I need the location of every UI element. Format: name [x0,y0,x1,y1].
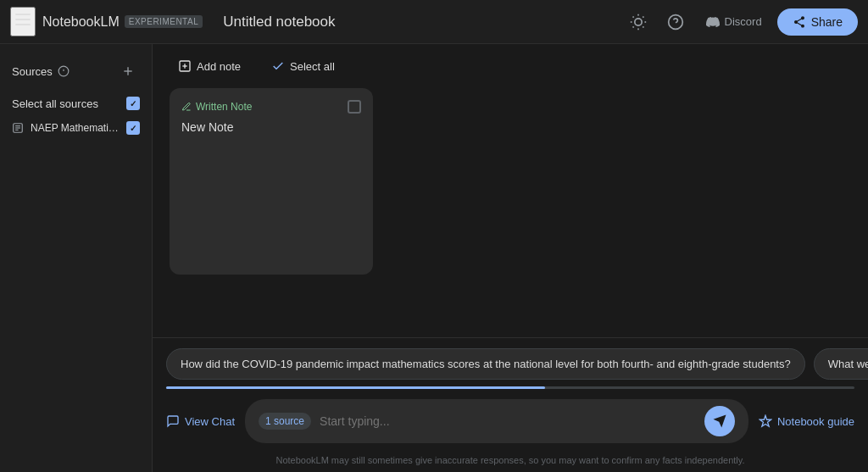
notebook-guide-label: Notebook guide [777,415,854,428]
suggestion-chip-1[interactable]: How did the COVID-19 pandemic impact mat… [166,348,805,380]
header-left: NotebookLM EXPERIMENTAL [10,7,203,36]
add-note-icon [178,59,192,73]
progress-bar-fill [166,386,545,389]
select-all-notes-button[interactable]: Select all [263,54,343,78]
svg-line-10 [632,26,633,27]
notes-grid: Written Note New Note [153,88,868,337]
notes-toolbar: Add note Select all [153,44,868,88]
svg-line-6 [632,16,633,17]
input-row: View Chat 1 source [153,392,868,452]
add-icon [121,64,135,78]
source-checkbox[interactable] [126,121,140,135]
progress-bar-row [153,386,868,392]
add-note-label: Add note [197,60,241,73]
note-select-checkbox[interactable] [348,100,361,114]
share-button[interactable]: Share [777,8,858,36]
svg-line-11 [643,16,643,17]
send-icon [712,414,727,429]
source-item[interactable]: NAEP Mathematics: M... [0,115,152,141]
header-actions: Discord Share [623,7,858,37]
app-header: NotebookLM EXPERIMENTAL Untitled noteboo… [0,0,868,44]
bottom-area: How did the COVID-19 pandemic impact mat… [153,337,868,472]
check-icon [271,59,285,73]
chat-icon [166,414,180,428]
view-chat-button[interactable]: View Chat [166,414,235,428]
menu-button[interactable] [10,7,36,36]
source-label: NAEP Mathematics: M... [31,122,120,134]
sidebar: Sources Select all sources [0,44,153,472]
add-source-button[interactable] [116,59,140,83]
chat-input-container: 1 source [245,399,748,443]
select-all-sources-label: Select all sources [12,97,118,110]
source-badge[interactable]: 1 source [259,413,311,430]
note-title: New Note [181,120,361,134]
sources-label: Sources [12,65,53,78]
note-type-label: Written Note [181,101,252,113]
theme-toggle-button[interactable] [623,7,654,37]
chat-input[interactable] [320,414,696,428]
discord-button[interactable]: Discord [698,10,771,34]
select-all-notes-label: Select all [290,60,335,73]
sources-title-group: Sources [12,65,70,78]
brand-badge: EXPERIMENTAL [125,15,203,28]
brand: NotebookLM EXPERIMENTAL [42,14,203,30]
add-note-button[interactable]: Add note [170,54,249,78]
main-layout: Sources Select all sources [0,44,868,472]
sources-header: Sources [0,54,152,88]
discord-label: Discord [725,15,762,28]
notebook-title[interactable]: Untitled notebook [223,14,622,31]
note-card-header: Written Note [181,100,361,114]
progress-bar-bg [166,386,854,389]
content-area: Add note Select all Written Not [153,44,868,472]
pencil-icon [181,102,192,112]
view-chat-label: View Chat [185,415,235,428]
svg-rect-1 [15,19,31,20]
help-button[interactable] [660,7,691,37]
sources-info-icon [58,65,70,77]
suggestion-chip-2[interactable]: What were the key findings of [814,348,868,380]
document-icon [12,122,24,134]
svg-rect-0 [15,14,31,15]
sparkle-icon [759,414,772,428]
svg-rect-2 [15,24,31,25]
disclaimer: NotebookLM may still sometimes give inac… [153,452,868,472]
svg-line-7 [643,26,643,27]
brand-name: NotebookLM [42,14,120,30]
suggestions-row: How did the COVID-19 pandemic impact mat… [153,338,868,386]
send-button[interactable] [704,406,735,436]
share-label: Share [811,15,843,29]
notebook-guide-button[interactable]: Notebook guide [759,414,854,428]
select-all-sources-row[interactable]: Select all sources [0,92,152,115]
select-all-checkbox[interactable] [126,97,140,110]
note-card[interactable]: Written Note New Note [170,88,373,275]
svg-point-3 [634,18,641,25]
